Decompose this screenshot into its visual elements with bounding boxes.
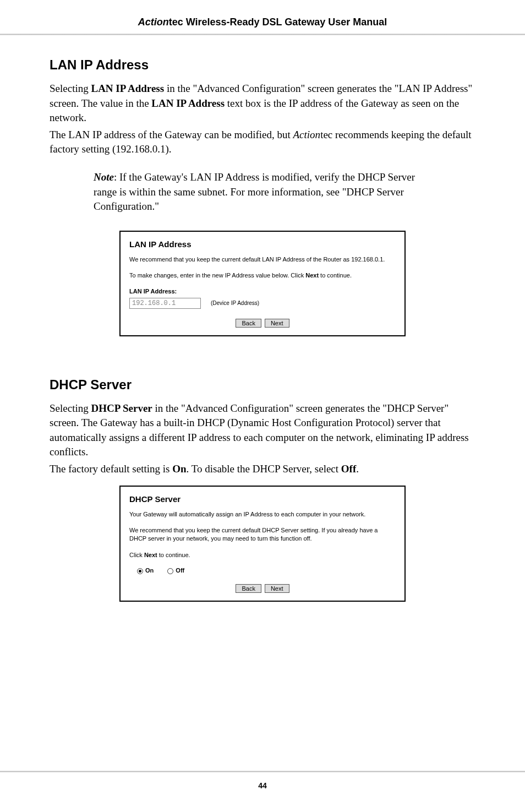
- page-number: 44: [0, 781, 525, 790]
- page-footer: 44: [0, 771, 525, 790]
- radio-off-icon: [167, 568, 173, 574]
- lan-ip-screenshot: LAN IP Address We recommend that you kee…: [119, 231, 406, 336]
- radio-on[interactable]: On: [137, 567, 154, 574]
- screenshot2-buttons: BackNext: [129, 584, 396, 593]
- back-button-2[interactable]: Back: [236, 584, 261, 593]
- screenshot1-p2: To make changes, enter in the new IP Add…: [129, 271, 396, 280]
- screenshot1-label: LAN IP Address:: [129, 288, 396, 295]
- header-title: Wireless-Ready DSL Gateway User Manual: [183, 17, 387, 28]
- brand-rest: tec: [169, 17, 183, 28]
- screenshot1-title: LAN IP Address: [129, 239, 396, 249]
- next-button[interactable]: Next: [265, 319, 289, 328]
- section2-p1: Selecting DHCP Server in the "Advanced C…: [50, 401, 475, 460]
- screenshot1-p1: We recommend that you keep the current d…: [129, 255, 396, 264]
- screenshot2-p1: Your Gateway will automatically assign a…: [129, 510, 396, 519]
- page-content: LAN IP Address Selecting LAN IP Address …: [0, 35, 525, 602]
- radio-on-icon: [137, 568, 143, 574]
- page-header: Actiontec Wireless-Ready DSL Gateway Use…: [0, 0, 525, 34]
- section2-p2: The factory default setting is On. To di…: [50, 462, 475, 477]
- screenshot2-p2: We recommend that you keep the current d…: [129, 526, 396, 543]
- ip-input-row: 192.168.0.1(Device IP Address): [129, 298, 396, 309]
- dhcp-screenshot: DHCP Server Your Gateway will automatica…: [119, 486, 406, 602]
- back-button[interactable]: Back: [236, 319, 261, 328]
- section1-p2: The LAN IP address of the Gateway can be…: [50, 128, 475, 157]
- radio-off[interactable]: Off: [167, 567, 184, 574]
- screenshot1-buttons: BackNext: [129, 319, 396, 328]
- lan-ip-input[interactable]: 192.168.0.1: [129, 298, 201, 309]
- section1-heading: LAN IP Address: [50, 57, 475, 73]
- next-button-2[interactable]: Next: [265, 584, 289, 593]
- brand-italic: Action: [138, 17, 169, 28]
- footer-divider: [0, 771, 525, 772]
- section2-heading: DHCP Server: [50, 377, 475, 393]
- note-block: Note: If the Gateway's LAN IP Address is…: [50, 159, 475, 225]
- section1-p1: Selecting LAN IP Address in the "Advance…: [50, 81, 475, 126]
- ip-input-note: (Device IP Address): [211, 300, 259, 306]
- screenshot2-title: DHCP Server: [129, 494, 396, 504]
- radio-row: On Off: [137, 567, 396, 574]
- screenshot2-p3: Click Next to continue.: [129, 551, 396, 559]
